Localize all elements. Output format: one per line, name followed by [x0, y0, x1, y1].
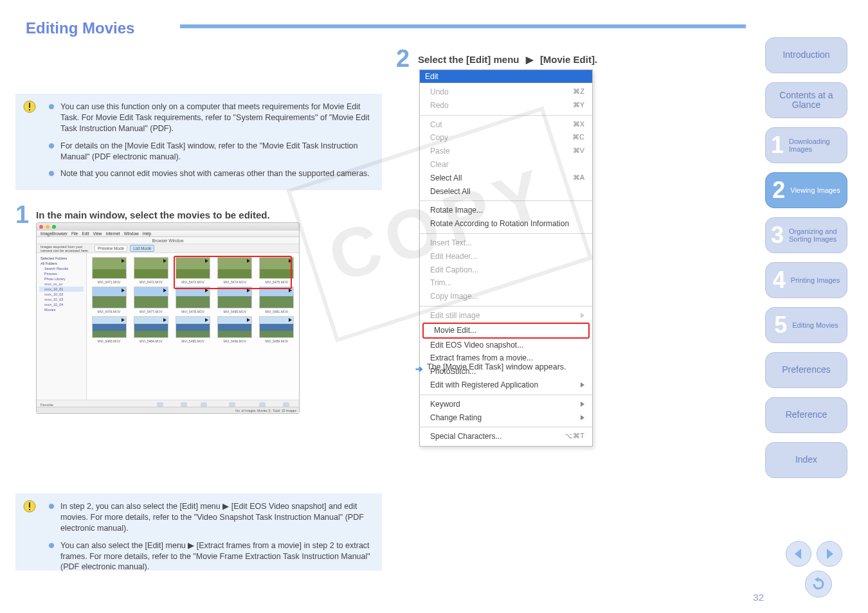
thumbnail-caption: MVI_5486.MOV [223, 339, 246, 343]
svg-rect-2 [29, 109, 30, 111]
thumbnail-caption: MVI_5474.MOV [223, 280, 246, 284]
next-page-button[interactable] [817, 541, 842, 567]
preview-mode-tab[interactable]: Preview Mode [95, 245, 127, 252]
sidebar-item[interactable]: Photo Library [39, 276, 84, 281]
thumbnail[interactable]: MVI_5474.MOV [217, 257, 253, 284]
status-bar: No. of Images: Movies 5 : Total: 15 Imag… [37, 407, 299, 413]
menubar-item[interactable]: Help [143, 231, 151, 236]
menu-item[interactable]: Rotate According to Rotation Information [420, 217, 592, 231]
svg-marker-6 [795, 549, 801, 559]
thumbnail[interactable]: MVI_5483.MOV [91, 316, 127, 343]
menubar-item[interactable]: File [71, 231, 78, 236]
prev-page-button[interactable] [786, 541, 811, 567]
nav-item[interactable]: 3Organizing and Sorting Images [765, 217, 847, 253]
play-icon [163, 259, 167, 263]
nav-item[interactable]: Introduction [765, 37, 847, 73]
app-menubar: ImageBrowser File Edit View Internet Win… [37, 231, 299, 237]
menu-item-movie-edit[interactable]: Movie Edit... [424, 324, 588, 337]
sidebar-item[interactable]: xxxx_10_02 [39, 292, 84, 297]
thumbnail[interactable]: MVI_5473.MOV [174, 257, 211, 284]
thumbnail-caption: MVI_5473.MOV [181, 280, 204, 284]
folder-sidebar: Selected FoldersAll FoldersSearch Result… [37, 253, 87, 400]
thumbnail-image [259, 257, 294, 279]
play-icon [163, 289, 167, 292]
menu-item: Edit Header... [420, 250, 592, 263]
sidebar-item[interactable]: Selected Folders [39, 256, 84, 261]
notice1-item3: Note that you cannot edit movies shot wi… [60, 168, 370, 179]
nav-item[interactable]: 1Downloading Images [765, 127, 847, 163]
thumbnail[interactable]: MVI_5471.MOV [91, 257, 127, 284]
step2-number: 2 [396, 45, 410, 73]
warning-icon [23, 500, 36, 513]
thumbnail-image [176, 257, 210, 279]
menu-item: Copy⌘C [420, 131, 592, 145]
menu-item[interactable]: Deselect All [420, 185, 592, 199]
menu-item: Paste⌘V [420, 145, 592, 158]
result-arrow-icon: ➔ [415, 364, 423, 374]
thumbnail-image [217, 316, 252, 338]
menubar-item[interactable]: ImageBrowser [41, 231, 68, 236]
sidebar-item[interactable]: xxxx_10_03 [39, 297, 84, 302]
sidebar-item[interactable]: Pictures [39, 271, 84, 276]
menu-item[interactable]: Rotate Image... [420, 204, 592, 217]
thumbnail[interactable]: MVI_5475.MOV [258, 257, 295, 284]
submenu-arrow-icon [581, 313, 584, 318]
sidebar-item[interactable]: All Folders [39, 261, 84, 266]
play-icon [205, 318, 208, 322]
thumbnail[interactable]: MVI_5481.MOV [258, 287, 295, 314]
menubar-item[interactable]: Window [124, 231, 139, 236]
page-number: 32 [753, 592, 764, 603]
step1-number: 1 [15, 201, 29, 229]
notice-box-2: In step 2, you can also select the [Edit… [15, 493, 382, 571]
notice2-item2: You can also select the [Edit] menu ▶ [E… [60, 540, 372, 573]
nav-item[interactable]: 5Editing Movies [765, 307, 847, 343]
menu-item[interactable]: Edit with Registered Application [420, 378, 592, 392]
chapter-label: Printing Images [791, 276, 840, 284]
menubar-item[interactable]: Internet [106, 231, 120, 236]
thumbnail[interactable]: MVI_5489.MOV [258, 316, 295, 343]
thumbnail[interactable]: MVI_5480.MOV [217, 287, 253, 314]
play-icon [247, 318, 250, 322]
thumbnail[interactable]: MVI_5477.MOV [132, 287, 169, 314]
thumbnail[interactable]: MVI_5472.MOV [132, 257, 169, 284]
thumbnail-caption: MVI_5475.MOV [266, 280, 289, 284]
nav-item[interactable]: Reference [765, 397, 847, 433]
menu-item: Insert Text... [420, 236, 592, 250]
submenu-arrow-icon [581, 402, 584, 407]
menubar-item[interactable]: View [93, 231, 102, 236]
nav-item[interactable]: Preferences [765, 352, 847, 388]
back-button[interactable] [805, 571, 832, 598]
list-mode-tab[interactable]: List Mode [130, 245, 154, 252]
play-icon [247, 259, 250, 263]
sidebar-item[interactable]: xxxx_10_04 [39, 302, 84, 307]
svg-rect-1 [29, 103, 30, 108]
menu-item[interactable]: Select All⌘A [420, 172, 592, 185]
nav-item[interactable]: Contents at a Glance [765, 82, 847, 118]
sidebar-item[interactable]: xxxx_xx_xx [39, 281, 84, 287]
nav-item[interactable]: 4Printing Images [765, 262, 847, 298]
thumbnail[interactable]: MVI_5484.MOV [132, 316, 169, 343]
window-title: Browser Window [37, 237, 299, 244]
play-icon [289, 259, 292, 263]
nav-item[interactable]: 2Viewing Images [765, 172, 847, 208]
thumbnail-caption: MVI_5489.MOV [266, 339, 289, 343]
thumbnail[interactable]: MVI_5486.MOV [217, 316, 253, 343]
shortcut-label: ⌥⌘T [565, 431, 584, 442]
shortcut-label: ⌘Y [573, 100, 584, 111]
menu-item[interactable]: Keyword [420, 398, 592, 411]
thumbnail-caption: MVI_5477.MOV [140, 310, 163, 314]
nav-item[interactable]: Index [765, 442, 847, 478]
thumbnail[interactable]: MVI_5485.MOV [174, 316, 211, 343]
sidebar-item[interactable]: Search Results [39, 266, 84, 271]
menu-item: Edit Caption... [420, 263, 592, 277]
page-title: Editing Movies [26, 19, 134, 37]
shortcut-label: ⌘X [573, 120, 584, 130]
thumbnail[interactable]: MVI_5478.MOV [174, 287, 211, 314]
menu-item[interactable]: Special Characters...⌥⌘T [420, 430, 592, 443]
sidebar-item[interactable]: xxxx_10_01 [39, 287, 84, 292]
sidebar-item[interactable]: Movies [39, 307, 84, 312]
menubar-item[interactable]: Edit [82, 231, 89, 236]
menu-item[interactable]: Change Rating [420, 411, 592, 425]
menu-item[interactable]: Edit EOS Video snapshot... [420, 339, 592, 352]
thumbnail[interactable]: MVI_5476.MOV [91, 287, 127, 314]
